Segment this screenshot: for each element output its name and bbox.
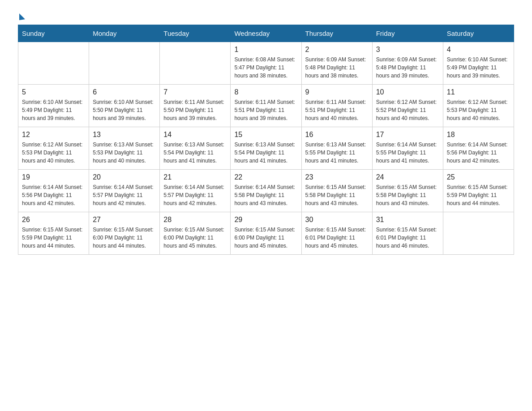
- calendar-cell: 28Sunrise: 6:15 AM Sunset: 6:00 PM Dayli…: [160, 212, 231, 255]
- day-header-wednesday: Wednesday: [231, 25, 301, 42]
- logo-triangle-icon: [19, 13, 25, 20]
- calendar-cell: 16Sunrise: 6:13 AM Sunset: 5:55 PM Dayli…: [301, 127, 372, 170]
- day-number: 16: [305, 131, 369, 139]
- day-header-saturday: Saturday: [443, 25, 514, 42]
- calendar-cell: 6Sunrise: 6:10 AM Sunset: 5:50 PM Daylig…: [89, 85, 160, 127]
- day-number: 7: [163, 88, 227, 96]
- day-number: 5: [22, 88, 85, 96]
- day-info: Sunrise: 6:14 AM Sunset: 5:57 PM Dayligh…: [163, 183, 227, 207]
- calendar-cell: 3Sunrise: 6:09 AM Sunset: 5:48 PM Daylig…: [372, 42, 443, 85]
- calendar-cell: 7Sunrise: 6:11 AM Sunset: 5:50 PM Daylig…: [160, 85, 231, 127]
- week-row-4: 19Sunrise: 6:14 AM Sunset: 5:56 PM Dayli…: [18, 170, 514, 212]
- day-number: 21: [163, 173, 227, 181]
- calendar-cell: [160, 42, 231, 85]
- day-number: 14: [163, 131, 227, 139]
- day-info: Sunrise: 6:11 AM Sunset: 5:51 PM Dayligh…: [305, 98, 369, 122]
- logo: [18, 13, 25, 16]
- day-header-thursday: Thursday: [301, 25, 372, 42]
- calendar-cell: 1Sunrise: 6:08 AM Sunset: 5:47 PM Daylig…: [231, 42, 301, 85]
- calendar-cell: 14Sunrise: 6:13 AM Sunset: 5:54 PM Dayli…: [160, 127, 231, 170]
- day-number: 28: [163, 216, 227, 224]
- day-info: Sunrise: 6:15 AM Sunset: 5:59 PM Dayligh…: [22, 226, 85, 250]
- calendar-body: 1Sunrise: 6:08 AM Sunset: 5:47 PM Daylig…: [18, 42, 514, 255]
- calendar-cell: 21Sunrise: 6:14 AM Sunset: 5:57 PM Dayli…: [160, 170, 231, 212]
- day-number: 30: [305, 216, 369, 224]
- day-number: 23: [305, 173, 369, 181]
- day-header-friday: Friday: [372, 25, 443, 42]
- day-info: Sunrise: 6:13 AM Sunset: 5:54 PM Dayligh…: [234, 141, 297, 165]
- day-number: 17: [376, 131, 439, 139]
- calendar-cell: 26Sunrise: 6:15 AM Sunset: 5:59 PM Dayli…: [18, 212, 89, 255]
- day-header-monday: Monday: [89, 25, 160, 42]
- day-number: 22: [234, 173, 297, 181]
- day-number: 27: [93, 216, 156, 224]
- day-number: 1: [234, 46, 297, 54]
- day-info: Sunrise: 6:15 AM Sunset: 5:59 PM Dayligh…: [447, 183, 510, 207]
- day-number: 26: [22, 216, 85, 224]
- calendar-cell: 12Sunrise: 6:12 AM Sunset: 5:53 PM Dayli…: [18, 127, 89, 170]
- week-row-5: 26Sunrise: 6:15 AM Sunset: 5:59 PM Dayli…: [18, 212, 514, 255]
- day-number: 9: [305, 88, 369, 96]
- calendar-cell: 4Sunrise: 6:10 AM Sunset: 5:49 PM Daylig…: [443, 42, 514, 85]
- calendar-cell: 13Sunrise: 6:13 AM Sunset: 5:53 PM Dayli…: [89, 127, 160, 170]
- week-row-2: 5Sunrise: 6:10 AM Sunset: 5:49 PM Daylig…: [18, 85, 514, 127]
- day-number: 29: [234, 216, 297, 224]
- calendar-cell: [18, 42, 89, 85]
- day-number: 11: [447, 88, 510, 96]
- day-info: Sunrise: 6:13 AM Sunset: 5:55 PM Dayligh…: [305, 141, 369, 165]
- day-info: Sunrise: 6:11 AM Sunset: 5:50 PM Dayligh…: [163, 98, 227, 122]
- day-number: 24: [376, 173, 439, 181]
- day-number: 20: [93, 173, 156, 181]
- day-info: Sunrise: 6:11 AM Sunset: 5:51 PM Dayligh…: [234, 98, 297, 122]
- day-number: 3: [376, 46, 439, 54]
- calendar-cell: 25Sunrise: 6:15 AM Sunset: 5:59 PM Dayli…: [443, 170, 514, 212]
- calendar-cell: 29Sunrise: 6:15 AM Sunset: 6:00 PM Dayli…: [231, 212, 301, 255]
- week-row-1: 1Sunrise: 6:08 AM Sunset: 5:47 PM Daylig…: [18, 42, 514, 85]
- day-info: Sunrise: 6:14 AM Sunset: 5:56 PM Dayligh…: [447, 141, 510, 165]
- day-info: Sunrise: 6:09 AM Sunset: 5:48 PM Dayligh…: [305, 56, 369, 80]
- calendar-cell: 19Sunrise: 6:14 AM Sunset: 5:56 PM Dayli…: [18, 170, 89, 212]
- day-number: 8: [234, 88, 297, 96]
- day-info: Sunrise: 6:15 AM Sunset: 6:00 PM Dayligh…: [93, 226, 156, 250]
- week-row-3: 12Sunrise: 6:12 AM Sunset: 5:53 PM Dayli…: [18, 127, 514, 170]
- day-info: Sunrise: 6:13 AM Sunset: 5:53 PM Dayligh…: [93, 141, 156, 165]
- calendar-cell: [443, 212, 514, 255]
- calendar-cell: 15Sunrise: 6:13 AM Sunset: 5:54 PM Dayli…: [231, 127, 301, 170]
- day-info: Sunrise: 6:15 AM Sunset: 6:00 PM Dayligh…: [234, 226, 297, 250]
- day-info: Sunrise: 6:09 AM Sunset: 5:48 PM Dayligh…: [376, 56, 439, 80]
- day-header-sunday: Sunday: [18, 25, 89, 42]
- day-header-tuesday: Tuesday: [160, 25, 231, 42]
- calendar-header: SundayMondayTuesdayWednesdayThursdayFrid…: [18, 25, 514, 42]
- page-header: [18, 13, 514, 16]
- calendar-cell: 27Sunrise: 6:15 AM Sunset: 6:00 PM Dayli…: [89, 212, 160, 255]
- day-info: Sunrise: 6:10 AM Sunset: 5:49 PM Dayligh…: [447, 56, 510, 80]
- day-headers-row: SundayMondayTuesdayWednesdayThursdayFrid…: [18, 25, 514, 42]
- day-number: 18: [447, 131, 510, 139]
- calendar-cell: 9Sunrise: 6:11 AM Sunset: 5:51 PM Daylig…: [301, 85, 372, 127]
- day-info: Sunrise: 6:14 AM Sunset: 5:58 PM Dayligh…: [234, 183, 297, 207]
- calendar-table: SundayMondayTuesdayWednesdayThursdayFrid…: [18, 25, 514, 255]
- day-info: Sunrise: 6:12 AM Sunset: 5:53 PM Dayligh…: [22, 141, 85, 165]
- day-info: Sunrise: 6:12 AM Sunset: 5:52 PM Dayligh…: [376, 98, 439, 122]
- day-info: Sunrise: 6:08 AM Sunset: 5:47 PM Dayligh…: [234, 56, 297, 80]
- calendar-cell: 2Sunrise: 6:09 AM Sunset: 5:48 PM Daylig…: [301, 42, 372, 85]
- day-number: 4: [447, 46, 510, 54]
- day-number: 10: [376, 88, 439, 96]
- day-info: Sunrise: 6:15 AM Sunset: 6:01 PM Dayligh…: [376, 226, 439, 250]
- day-number: 2: [305, 46, 369, 54]
- day-number: 31: [376, 216, 439, 224]
- calendar-cell: [89, 42, 160, 85]
- day-info: Sunrise: 6:15 AM Sunset: 5:58 PM Dayligh…: [305, 183, 369, 207]
- calendar-cell: 22Sunrise: 6:14 AM Sunset: 5:58 PM Dayli…: [231, 170, 301, 212]
- day-info: Sunrise: 6:10 AM Sunset: 5:49 PM Dayligh…: [22, 98, 85, 122]
- day-info: Sunrise: 6:13 AM Sunset: 5:54 PM Dayligh…: [163, 141, 227, 165]
- calendar-cell: 18Sunrise: 6:14 AM Sunset: 5:56 PM Dayli…: [443, 127, 514, 170]
- day-info: Sunrise: 6:14 AM Sunset: 5:56 PM Dayligh…: [22, 183, 85, 207]
- day-info: Sunrise: 6:15 AM Sunset: 6:00 PM Dayligh…: [163, 226, 227, 250]
- day-info: Sunrise: 6:15 AM Sunset: 6:01 PM Dayligh…: [305, 226, 369, 250]
- calendar-cell: 30Sunrise: 6:15 AM Sunset: 6:01 PM Dayli…: [301, 212, 372, 255]
- day-number: 15: [234, 131, 297, 139]
- calendar-cell: 31Sunrise: 6:15 AM Sunset: 6:01 PM Dayli…: [372, 212, 443, 255]
- calendar-cell: 17Sunrise: 6:14 AM Sunset: 5:55 PM Dayli…: [372, 127, 443, 170]
- day-number: 6: [93, 88, 156, 96]
